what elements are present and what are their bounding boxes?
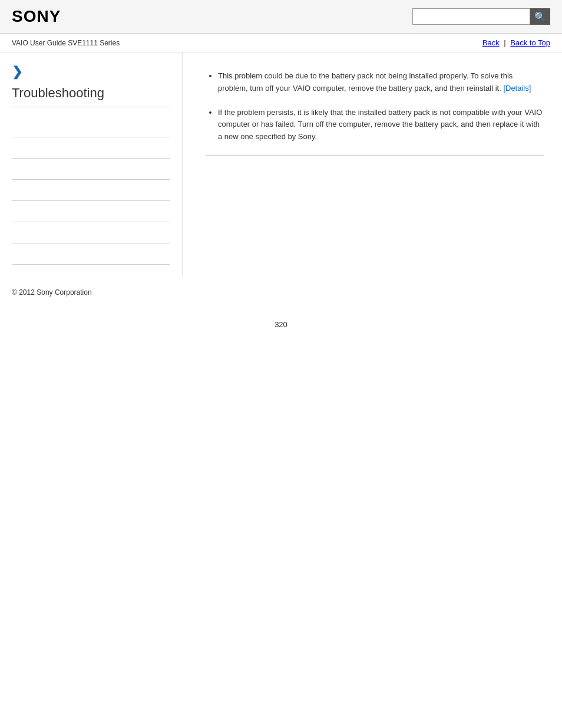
content-list: This problem could be due to the battery… [206,70,544,143]
search-button[interactable]: 🔍 [530,8,550,25]
breadcrumb-nav: Back | Back to Top [482,38,550,47]
sidebar: ❯ Troubleshooting [0,52,183,276]
content-item-1-text: This problem could be due to the battery… [218,71,513,93]
sidebar-title: Troubleshooting [12,85,170,107]
list-item[interactable] [12,116,170,137]
back-link[interactable]: Back [482,38,500,47]
list-item[interactable] [12,243,170,265]
content-area: This problem could be due to the battery… [183,52,562,276]
sidebar-links [12,116,170,265]
content-item-2: If the problem persists, it is likely th… [218,107,544,143]
content-item-2-text: If the problem persists, it is likely th… [218,108,542,141]
back-to-top-link[interactable]: Back to Top [510,38,550,47]
details-link-1[interactable]: [Details] [503,84,531,93]
footer: © 2012 Sony Corporation [0,276,562,308]
search-input[interactable] [412,8,530,25]
list-item[interactable] [12,159,170,180]
main-content: ❯ Troubleshooting This problem could be … [0,52,562,276]
breadcrumb-bar: VAIO User Guide SVE1111 Series Back | Ba… [0,34,562,52]
list-item[interactable] [12,201,170,222]
copyright-text: © 2012 Sony Corporation [12,288,92,297]
sony-logo: SONY [12,7,61,26]
chevron-right-icon: ❯ [12,64,170,80]
breadcrumb-guide-title: VAIO User Guide SVE1111 Series [12,39,120,47]
list-item[interactable] [12,222,170,243]
search-icon: 🔍 [534,11,546,22]
list-item[interactable] [12,137,170,159]
search-area: 🔍 [412,8,550,25]
list-item[interactable] [12,180,170,201]
page-number: 320 [0,308,562,341]
content-divider [206,155,544,156]
breadcrumb-separator: | [504,38,505,47]
content-item-1: This problem could be due to the battery… [218,70,544,95]
header: SONY 🔍 [0,0,562,34]
